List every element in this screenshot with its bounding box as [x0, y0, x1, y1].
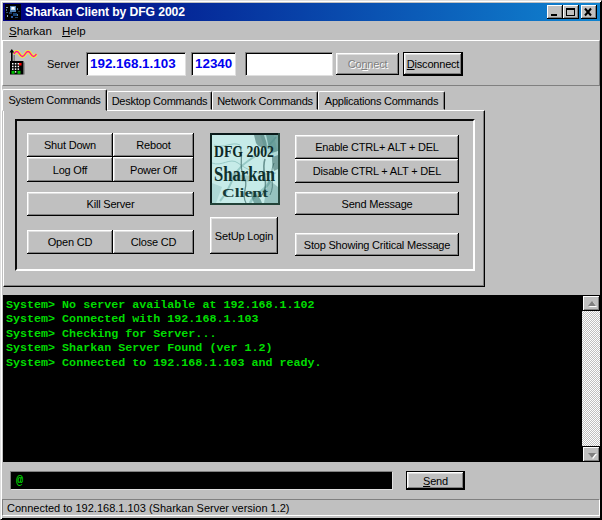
- svg-text:Sharkan: Sharkan: [214, 163, 275, 185]
- svg-text:DFG 2002: DFG 2002: [214, 143, 274, 160]
- svg-text:Client: Client: [222, 185, 269, 200]
